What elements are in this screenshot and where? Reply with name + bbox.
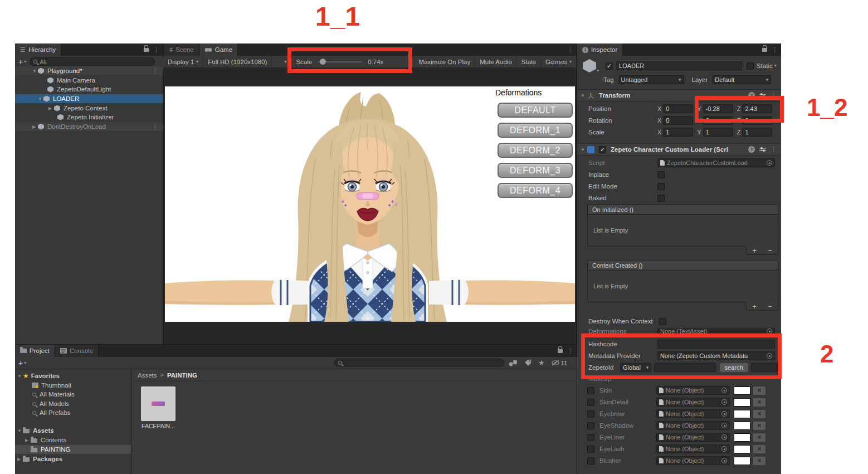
tab-scene[interactable]: # Scene — [164, 43, 199, 56]
deform-1-button[interactable]: DEFORM_1 — [498, 123, 573, 138]
blusher-object-field[interactable]: None (Object) — [656, 456, 730, 465]
mute-audio-button[interactable]: Mute Audio — [475, 56, 517, 68]
scale-y-input[interactable]: 1 — [703, 128, 733, 137]
hierarchy-row-main-camera[interactable]: Main Camera — [15, 76, 163, 85]
skindetail-object-field[interactable]: None (Object) — [656, 398, 730, 407]
blusher-color-swatch[interactable] — [734, 457, 750, 465]
resolution-dropdown[interactable]: Full HD (1920x1080) — [203, 56, 272, 68]
eyelash-checkbox[interactable] — [587, 446, 594, 453]
tree-painting-selected[interactable]: PAINTING — [15, 445, 131, 454]
project-search-input[interactable] — [334, 359, 504, 367]
create-button[interactable]: + — [15, 57, 24, 66]
tree-thumbnail[interactable]: Thumbnail — [15, 381, 131, 390]
kebab-menu-icon[interactable]: ⋮ — [567, 47, 573, 53]
position-x-input[interactable]: 0 — [663, 104, 693, 113]
add-event-button[interactable]: + — [752, 303, 757, 310]
eyebrow-checkbox[interactable] — [587, 410, 594, 418]
skindetail-color-swatch[interactable] — [734, 398, 750, 407]
eyelash-color-swatch[interactable] — [734, 445, 750, 453]
skin-checkbox[interactable] — [587, 387, 594, 394]
object-picker-icon[interactable] — [721, 446, 727, 452]
loader-component-header[interactable]: ▼ ✓ Zepeto Character Custom Loader (Scri… — [577, 143, 781, 156]
foldout-closed-icon[interactable]: ▶ — [25, 438, 31, 443]
eyebrow-color-swatch[interactable] — [734, 410, 750, 418]
tree-all-models[interactable]: All Models — [15, 399, 131, 408]
lock-icon[interactable] — [558, 349, 563, 353]
hierarchy-row-dontdestroyonload[interactable]: ▶ DontDestroyOnLoad ⋮ — [15, 122, 163, 131]
inplace-checkbox[interactable] — [657, 171, 665, 178]
hierarchy-row-zepetodefaultlight[interactable]: ZepetoDefaultLight — [15, 85, 163, 94]
eyeliner-checkbox[interactable] — [587, 434, 594, 441]
hierarchy-row-playground[interactable]: ▼ Playground* ⋮ — [15, 66, 163, 75]
skindetail-checkbox[interactable] — [587, 399, 594, 406]
asset-label[interactable]: FACEPAIN... — [135, 423, 181, 429]
hidden-count-indicator[interactable]: 11 — [552, 360, 567, 366]
create-caret-icon[interactable]: ▾ — [24, 60, 26, 64]
tab-game[interactable]: Game — [199, 43, 238, 56]
object-picker-icon[interactable] — [721, 434, 727, 440]
eyelash-object-field[interactable]: None (Object) — [656, 444, 730, 453]
object-picker-icon[interactable] — [767, 160, 772, 166]
skindetail-clear-button[interactable]: × — [753, 398, 765, 407]
eyeshadow-checkbox[interactable] — [587, 422, 594, 429]
destroy-when-context-checkbox[interactable] — [659, 318, 666, 325]
lock-icon[interactable] — [762, 48, 767, 52]
create-button[interactable]: + — [15, 359, 24, 367]
foldout-closed-icon[interactable]: ▶ — [17, 457, 23, 462]
kebab-menu-icon[interactable]: ⋮ — [772, 47, 778, 53]
favorites-star-icon[interactable]: ★ — [538, 359, 545, 366]
create-caret-icon[interactable]: ▾ — [24, 361, 26, 365]
static-caret-icon[interactable]: ▾ — [774, 64, 777, 68]
gameobject-icon[interactable] — [583, 59, 596, 72]
breadcrumb-root[interactable]: Assets — [138, 372, 157, 379]
search-by-type-icon[interactable] — [509, 360, 518, 366]
object-picker-icon[interactable] — [721, 399, 727, 405]
foldout-open-icon[interactable]: ▼ — [32, 69, 38, 74]
eyeliner-color-swatch[interactable] — [734, 433, 750, 442]
kebab-menu-icon[interactable]: ⋮ — [152, 68, 158, 74]
tree-assets[interactable]: ▼ Assets — [15, 426, 131, 435]
skin-object-field[interactable]: None (Object) — [656, 386, 730, 395]
default-button[interactable]: DEFAULT — [498, 103, 573, 118]
skin-color-swatch[interactable] — [734, 386, 750, 395]
eyeshadow-color-swatch[interactable] — [734, 422, 750, 430]
gameobject-name-input[interactable]: LOADER — [616, 61, 742, 70]
eyebrow-clear-button[interactable]: × — [753, 410, 765, 418]
static-checkbox[interactable] — [747, 62, 754, 70]
help-icon[interactable]: ? — [748, 146, 755, 153]
asset-thumbnail-facepaint[interactable] — [141, 386, 175, 421]
hierarchy-row-zepeto-context[interactable]: ▶ Zepeto Context — [15, 104, 163, 113]
kebab-menu-icon[interactable]: ⋮ — [152, 124, 158, 130]
stats-button[interactable]: Stats — [517, 56, 541, 68]
object-picker-icon[interactable] — [721, 411, 727, 417]
tree-favorites[interactable]: ▼ ★ Favorites — [15, 371, 131, 380]
scale-z-input[interactable]: 1 — [742, 128, 772, 137]
object-picker-icon[interactable] — [721, 458, 727, 463]
tag-dropdown[interactable]: Untagged▾ — [618, 75, 684, 84]
blusher-checkbox[interactable] — [587, 457, 594, 465]
foldout-open-icon[interactable]: ▼ — [581, 93, 586, 98]
search-by-label-icon[interactable] — [524, 359, 531, 366]
eyeliner-clear-button[interactable]: × — [753, 433, 765, 442]
eyeshadow-object-field[interactable]: None (Object) — [656, 421, 730, 430]
hierarchy-row-zepeto-initializer[interactable]: Zepeto Initializer — [15, 113, 163, 122]
foldout-open-icon[interactable]: ▼ — [581, 147, 586, 152]
maximize-on-play-button[interactable]: Maximize On Play — [414, 56, 476, 68]
remove-event-button[interactable]: − — [768, 303, 772, 310]
icon-caret[interactable]: ▾ — [597, 69, 599, 73]
eyebrow-object-field[interactable]: None (Object) — [656, 409, 730, 418]
add-event-button[interactable]: + — [752, 247, 757, 254]
foldout-closed-icon[interactable]: ▶ — [32, 124, 38, 129]
deform-2-button[interactable]: DEFORM_2 — [498, 143, 573, 158]
deform-4-button[interactable]: DEFORM_4 — [498, 183, 573, 198]
eyeshadow-clear-button[interactable]: × — [753, 422, 765, 430]
kebab-menu-icon[interactable]: ⋮ — [567, 348, 573, 354]
tab-hierarchy[interactable]: ☰ Hierarchy — [15, 43, 61, 56]
script-object-field[interactable]: ZepetoCharacterCustomLoad — [657, 158, 775, 167]
tree-packages[interactable]: ▶ Packages — [15, 454, 131, 463]
remove-event-button[interactable]: − — [768, 247, 772, 254]
scale-x-input[interactable]: 1 — [663, 128, 693, 137]
kebab-menu-icon[interactable]: ⋮ — [153, 47, 159, 53]
eyeliner-object-field[interactable]: None (Object) — [656, 433, 730, 442]
layer-dropdown[interactable]: Default▾ — [712, 75, 771, 84]
